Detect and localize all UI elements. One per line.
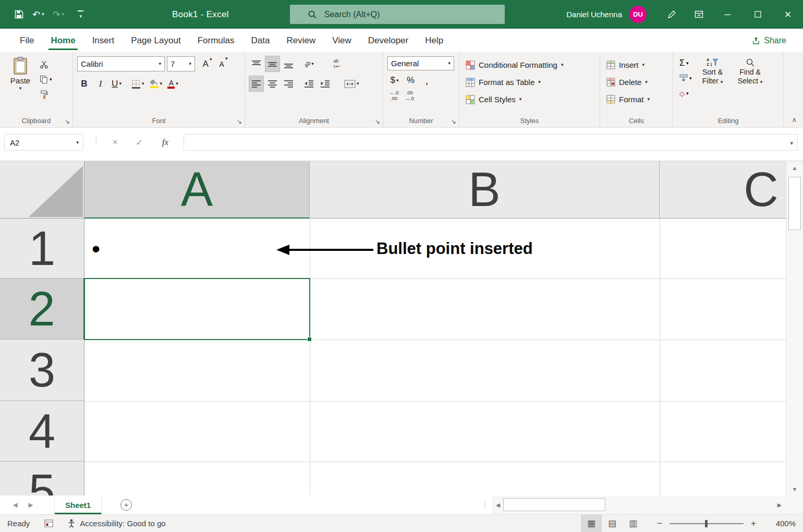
tab-splitter-dots[interactable]: ⋮: [481, 501, 489, 509]
selected-cell-a2[interactable]: [84, 278, 310, 340]
increase-font-size-button[interactable]: A▴: [200, 56, 214, 71]
italic-button[interactable]: I: [93, 76, 107, 91]
minimize-button[interactable]: ─: [712, 0, 743, 29]
merge-center-button[interactable]: ▾: [343, 76, 361, 91]
tab-help[interactable]: Help: [417, 29, 452, 52]
insert-function-button[interactable]: fx: [154, 134, 176, 151]
font-name-combo[interactable]: Calibri ▾: [77, 56, 165, 71]
column-header-a[interactable]: A: [84, 161, 310, 219]
zoom-in-button[interactable]: +: [746, 515, 761, 532]
bold-button[interactable]: B: [77, 76, 91, 91]
tab-view[interactable]: View: [324, 29, 360, 52]
undo-button[interactable]: ↶▾: [29, 6, 48, 23]
tab-developer[interactable]: Developer: [360, 29, 417, 52]
cancel-button[interactable]: ×: [104, 134, 126, 151]
formula-input[interactable]: [184, 134, 798, 151]
underline-button[interactable]: U▾: [110, 76, 124, 91]
previous-sheet-button[interactable]: ◀: [7, 495, 23, 514]
search-box[interactable]: Search (Alt+Q): [290, 5, 505, 24]
avatar[interactable]: DU: [629, 6, 647, 23]
scroll-right-button[interactable]: ▶: [775, 495, 784, 514]
wrap-text-button[interactable]: ab c↩: [330, 56, 344, 71]
number-format-combo[interactable]: General ▾: [387, 56, 454, 70]
font-size-combo[interactable]: 7 ▾: [167, 56, 195, 71]
enter-button[interactable]: ✓: [128, 134, 150, 151]
format-cells-button[interactable]: Format ▾: [604, 91, 652, 108]
normal-view-button[interactable]: ▦: [581, 515, 602, 532]
collapse-ribbon-button[interactable]: ∧: [792, 116, 797, 124]
vertical-scrollbar-thumb[interactable]: [788, 177, 801, 230]
fill-button[interactable]: ▾: [677, 71, 694, 85]
select-all-corner[interactable]: [0, 161, 84, 219]
tab-formulas[interactable]: Formulas: [189, 29, 243, 52]
zoom-slider-thumb[interactable]: [705, 520, 708, 527]
tab-page-layout[interactable]: Page Layout: [123, 29, 189, 52]
accounting-format-button[interactable]: $▾: [387, 74, 402, 87]
new-sheet-button[interactable]: +: [120, 499, 132, 511]
row-header-5[interactable]: 5: [0, 462, 84, 495]
format-as-table-button[interactable]: Format as Table ▾: [464, 74, 543, 91]
scroll-up-button[interactable]: ▲: [786, 161, 803, 175]
tab-home[interactable]: Home: [42, 29, 83, 52]
tab-insert[interactable]: Insert: [84, 29, 123, 52]
user-name[interactable]: Daniel Uchenna: [566, 10, 622, 19]
font-color-button[interactable]: A ▾: [166, 76, 180, 91]
zoom-level[interactable]: 400%: [764, 519, 796, 528]
conditional-formatting-button[interactable]: Conditional Formatting ▾: [464, 56, 565, 74]
copy-button[interactable]: ▾: [38, 72, 54, 86]
name-box[interactable]: A2 ▾: [4, 134, 83, 151]
scroll-left-button[interactable]: ◀: [493, 495, 503, 514]
row-header-1[interactable]: 1: [0, 219, 84, 279]
clear-button[interactable]: ◇▾: [677, 87, 694, 100]
align-right-button[interactable]: [282, 76, 296, 91]
customize-quick-access-button[interactable]: ▾: [74, 6, 87, 23]
decrease-font-size-button[interactable]: A▾: [216, 56, 230, 71]
cut-button[interactable]: [38, 57, 54, 71]
expand-formula-bar-button[interactable]: ▾: [790, 140, 793, 147]
ribbon-display-options-button[interactable]: [685, 0, 712, 29]
paste-button[interactable]: Paste ▾: [4, 56, 36, 91]
percent-style-button[interactable]: %: [404, 74, 418, 87]
maximize-button[interactable]: [743, 0, 773, 29]
page-break-view-button[interactable]: ▥: [623, 515, 643, 532]
row-header-2[interactable]: 2: [0, 279, 84, 340]
comma-style-button[interactable]: ,: [420, 74, 434, 87]
save-button[interactable]: [10, 6, 28, 23]
share-button[interactable]: Share: [746, 32, 793, 50]
decrease-indent-button[interactable]: [302, 76, 316, 91]
autosum-button[interactable]: Σ▾: [677, 56, 694, 70]
cell-a1-bullet[interactable]: •: [92, 219, 100, 279]
column-header-c[interactable]: C: [660, 161, 803, 219]
orientation-button[interactable]: ab▾: [302, 56, 316, 71]
align-left-button[interactable]: [249, 76, 263, 91]
inking-button[interactable]: [658, 0, 685, 29]
find-select-button[interactable]: Find & Select ▾: [732, 56, 769, 85]
next-sheet-button[interactable]: ▶: [23, 495, 39, 514]
formula-bar-drag-dots[interactable]: ⋮: [92, 136, 100, 146]
scroll-down-button[interactable]: ▼: [786, 482, 803, 495]
format-painter-button[interactable]: [38, 88, 54, 101]
redo-button[interactable]: ↷▾: [49, 6, 68, 23]
delete-cells-button[interactable]: Delete ▾: [604, 74, 650, 91]
decrease-decimal-button[interactable]: .00→.0: [403, 89, 416, 103]
zoom-slider[interactable]: [667, 515, 746, 532]
tab-review[interactable]: Review: [278, 29, 324, 52]
column-header-b[interactable]: B: [310, 161, 660, 219]
tab-data[interactable]: Data: [243, 29, 278, 52]
page-layout-view-button[interactable]: ▤: [602, 515, 623, 532]
row-header-3[interactable]: 3: [0, 340, 84, 401]
fill-color-button[interactable]: ▾: [148, 76, 164, 91]
align-middle-button[interactable]: [265, 56, 279, 71]
align-bottom-button[interactable]: [282, 56, 296, 71]
cell-styles-button[interactable]: Cell Styles ▾: [464, 91, 524, 108]
zoom-out-button[interactable]: −: [652, 515, 667, 532]
increase-decimal-button[interactable]: ←.0.00: [387, 89, 400, 103]
row-header-4[interactable]: 4: [0, 401, 84, 462]
close-button[interactable]: ×: [773, 0, 803, 29]
macro-record-button[interactable]: [44, 519, 53, 527]
sheet-tab-sheet1[interactable]: Sheet1: [54, 495, 102, 514]
align-center-button[interactable]: [265, 76, 279, 91]
borders-button[interactable]: ▾: [130, 76, 146, 91]
tab-file[interactable]: File: [11, 29, 42, 52]
insert-cells-button[interactable]: Insert ▾: [604, 56, 647, 74]
